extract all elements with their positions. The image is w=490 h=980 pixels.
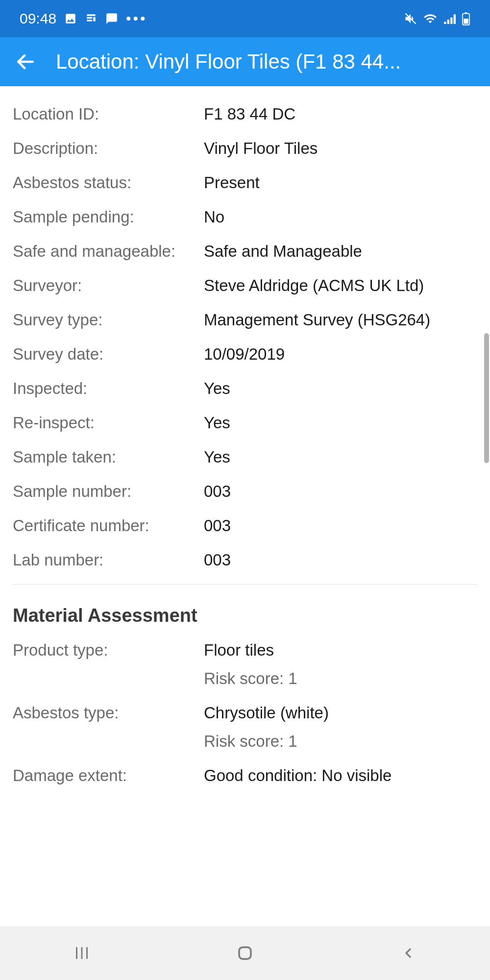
risk-score: Risk score: 1 [204, 732, 477, 751]
status-time: 09:48 [20, 10, 56, 27]
detail-row: Location ID: F1 83 44 DC [13, 97, 477, 131]
assessment-row: Asbestos type: Chrysotile (white) Risk s… [13, 696, 477, 759]
content-area: Location ID: F1 83 44 DC Description: Vi… [0, 86, 490, 793]
detail-value: No [204, 208, 477, 226]
detail-value: Management Survey (HSG264) [204, 311, 477, 329]
svg-rect-8 [239, 947, 251, 959]
detail-row: Lab number: 003 [13, 543, 477, 577]
detail-label: Survey date: [13, 345, 204, 364]
svg-rect-3 [464, 19, 468, 24]
detail-row: Certificate number: 003 [13, 509, 477, 543]
page-title: Location: Vinyl Floor Tiles (F1 83 44... [56, 50, 475, 74]
status-bar: 09:48 ••• [0, 0, 490, 37]
svg-rect-2 [465, 12, 467, 13]
detail-value: 003 [204, 551, 477, 569]
battery-icon [462, 12, 470, 25]
assessment-label: Damage extent: [13, 766, 204, 785]
detail-row: Re-inspect: Yes [13, 406, 477, 440]
detail-row: Safe and manageable: Safe and Manageable [13, 234, 477, 269]
detail-row: Inspected: Yes [13, 371, 477, 406]
detail-row: Asbestos status: Present [13, 166, 477, 200]
detail-value: Yes [204, 379, 477, 398]
detail-value: F1 83 44 DC [204, 105, 477, 123]
assessment-label: Product type: [13, 641, 204, 688]
detail-label: Survey type: [13, 311, 204, 329]
detail-value: Present [204, 173, 477, 192]
detail-label: Lab number: [13, 551, 204, 569]
detail-row: Sample pending: No [13, 200, 477, 234]
detail-label: Asbestos status: [13, 173, 204, 192]
detail-value: 003 [204, 482, 477, 501]
divider [13, 584, 477, 585]
signal-icon [443, 12, 456, 25]
detail-value: Safe and Manageable [204, 242, 477, 261]
detail-label: Certificate number: [13, 516, 204, 535]
chat-icon [105, 12, 118, 25]
recents-button[interactable] [67, 938, 97, 968]
detail-value: Yes [204, 414, 477, 432]
detail-value: Steve Aldridge (ACMS UK Ltd) [204, 276, 477, 295]
detail-label: Description: [13, 139, 204, 158]
vibrate-icon [404, 12, 417, 25]
news-icon [85, 12, 98, 25]
assessment-label: Asbestos type: [13, 704, 204, 751]
detail-label: Sample pending: [13, 208, 204, 226]
detail-value: 10/09/2019 [204, 345, 477, 364]
assessment-row: Product type: Floor tiles Risk score: 1 [13, 633, 477, 696]
detail-label: Sample taken: [13, 448, 204, 466]
detail-value: 003 [204, 516, 477, 535]
detail-value: Yes [204, 448, 477, 466]
scrollbar[interactable] [484, 333, 489, 463]
detail-label: Location ID: [13, 105, 204, 123]
detail-label: Surveyor: [13, 276, 204, 295]
assessment-value: Chrysotile (white) Risk score: 1 [204, 704, 477, 751]
assessment-value: Floor tiles Risk score: 1 [204, 641, 477, 688]
app-bar: Location: Vinyl Floor Tiles (F1 83 44... [0, 37, 490, 86]
image-icon [64, 12, 77, 25]
detail-row: Sample number: 003 [13, 474, 477, 509]
more-icon: ••• [126, 10, 147, 27]
detail-row: Sample taken: Yes [13, 440, 477, 474]
section-title: Material Assessment [13, 591, 477, 633]
assessment-row: Damage extent: Good condition: No visibl… [13, 759, 477, 793]
wifi-icon [423, 12, 437, 25]
risk-score: Risk score: 1 [204, 669, 477, 688]
detail-row: Survey type: Management Survey (HSG264) [13, 303, 477, 337]
detail-label: Re-inspect: [13, 414, 204, 432]
back-nav-button[interactable] [393, 938, 423, 968]
home-button[interactable] [230, 938, 260, 968]
detail-label: Inspected: [13, 379, 204, 398]
assessment-value: Good condition: No visible [204, 766, 477, 785]
detail-label: Safe and manageable: [13, 242, 204, 261]
detail-row: Survey date: 10/09/2019 [13, 337, 477, 371]
detail-value: Vinyl Floor Tiles [204, 139, 477, 158]
back-button[interactable] [15, 51, 36, 73]
detail-row: Surveyor: Steve Aldridge (ACMS UK Ltd) [13, 269, 477, 303]
nav-bar [0, 926, 490, 980]
detail-label: Sample number: [13, 482, 204, 501]
detail-row: Description: Vinyl Floor Tiles [13, 131, 477, 166]
